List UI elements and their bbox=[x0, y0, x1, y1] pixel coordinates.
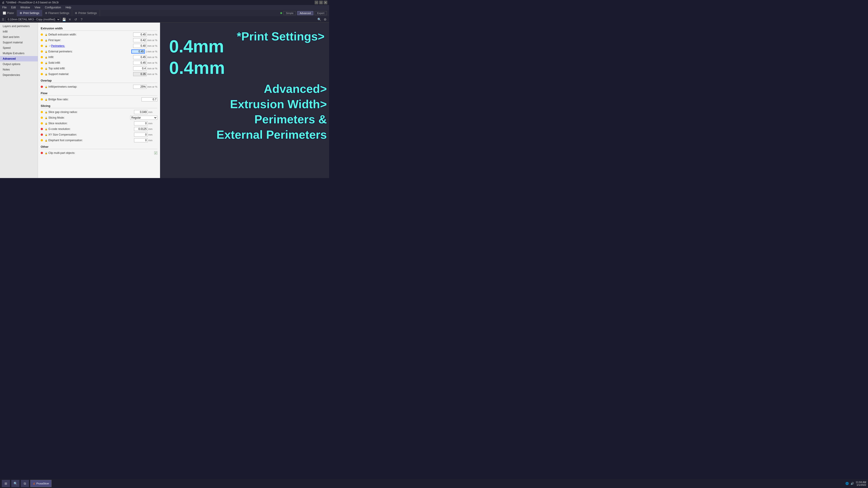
save-profile-button[interactable]: 💾 bbox=[62, 17, 66, 22]
mode-simple-button[interactable]: Simple bbox=[283, 11, 296, 15]
unit-elephant-foot: mm bbox=[148, 139, 157, 142]
label-overlap: Infill/perimeters overlap: bbox=[49, 85, 133, 88]
field-slicing-mode: 🔒 Slicing Mode: Regular Even-odd Close h… bbox=[41, 115, 157, 120]
label-xy-compensation: XY Size Compensation: bbox=[49, 133, 134, 136]
lock-bridge-flow: 🔒 bbox=[45, 98, 48, 101]
field-solid-infill: 🔒 Solid infill: mm or % bbox=[41, 60, 157, 65]
help-button[interactable]: ? bbox=[79, 17, 84, 22]
label-slice-resolution: Slice resolution: bbox=[49, 122, 134, 125]
input-elephant-foot[interactable] bbox=[134, 138, 148, 142]
select-slicing-mode[interactable]: Regular Even-odd Close holes bbox=[130, 116, 157, 120]
input-bridge-flow[interactable] bbox=[142, 97, 157, 101]
sidebar: Layers and perimeters Infill Skirt and b… bbox=[0, 23, 38, 178]
label-gcode-resolution: G-code resolution: bbox=[49, 127, 134, 131]
field-bridge-flow: 🔒 Bridge flow ratio: bbox=[41, 97, 157, 102]
overlay-text-2: 0.4mm bbox=[169, 58, 225, 78]
lock-xy-compensation: 🔒 bbox=[45, 133, 48, 136]
dot-overlap bbox=[41, 86, 43, 88]
sidebar-item-speed[interactable]: Speed bbox=[0, 45, 38, 51]
settings-button[interactable]: ⚙ bbox=[323, 17, 327, 22]
dot-slice-gap bbox=[41, 111, 43, 113]
input-xy-compensation[interactable] bbox=[134, 133, 148, 137]
field-external-perimeters: 🔒 External perimeters: | mm or % bbox=[41, 49, 157, 54]
lock-slicing-mode: 🔒 bbox=[45, 117, 48, 119]
unit-default-extrusion: mm or % bbox=[147, 33, 157, 36]
lock-support-material: 🔒 bbox=[45, 73, 48, 75]
label-bridge-flow: Bridge flow ratio: bbox=[49, 98, 142, 101]
dot-infill-width bbox=[41, 56, 43, 58]
sidebar-item-dependencies[interactable]: Dependencies bbox=[0, 72, 38, 78]
dot-top-solid-infill bbox=[41, 67, 43, 70]
unit-solid-infill: mm or % bbox=[147, 61, 157, 64]
label-slice-gap: Slice gap closing radius: bbox=[49, 110, 134, 113]
field-infill-width: 🔒 Infill: mm or % bbox=[41, 55, 157, 60]
close-button[interactable]: ✕ bbox=[324, 1, 327, 4]
discard-changes-button[interactable]: ✕ bbox=[68, 17, 72, 22]
unit-top-solid-infill: mm or % bbox=[147, 67, 157, 70]
field-support-material: 🔒 Support material: mm or % bbox=[41, 72, 157, 76]
input-slice-resolution[interactable] bbox=[134, 121, 148, 125]
input-gcode-resolution[interactable] bbox=[134, 127, 148, 131]
menu-help[interactable]: Help bbox=[65, 5, 72, 9]
lock-clip-multipart: 🔒 bbox=[45, 152, 48, 154]
search-button[interactable]: 🔍 bbox=[317, 17, 321, 22]
profile-selector[interactable]: 0.10mm DETAIL MK3 - Copy (modified) bbox=[6, 17, 60, 22]
field-infill-perimeters-overlap: 🔒 Infill/perimeters overlap: mm or % bbox=[41, 84, 157, 89]
menu-configuration[interactable]: Configuration bbox=[44, 5, 62, 9]
sidebar-item-output[interactable]: Output options bbox=[0, 61, 38, 67]
menu-window[interactable]: Window bbox=[20, 5, 31, 9]
input-support-material[interactable] bbox=[133, 72, 147, 76]
sidebar-item-infill[interactable]: Infill bbox=[0, 29, 38, 34]
tab-printer-settings[interactable]: ⚙ Printer Settings bbox=[72, 10, 100, 16]
dot-support-material bbox=[41, 73, 43, 75]
maximize-button[interactable]: □ bbox=[319, 1, 323, 4]
dot-default-extrusion bbox=[41, 33, 43, 36]
title-bar: 🖨 *Untitled - PrusaSlicer-2.4.0 based on… bbox=[0, 0, 329, 5]
input-perimeters[interactable] bbox=[133, 44, 147, 48]
dot-slicing-mode bbox=[41, 117, 43, 119]
mode-advanced-button[interactable]: Advanced bbox=[297, 11, 313, 15]
tab-filament-settings[interactable]: ⚙ Filament Settings bbox=[42, 10, 72, 16]
dot-clip-multipart bbox=[41, 152, 43, 154]
lock-overlap: 🔒 bbox=[45, 86, 48, 88]
printer-icon: ⚙ bbox=[75, 11, 77, 15]
checkbox-clip-multipart[interactable]: ✓ bbox=[154, 151, 157, 155]
mode-indicator bbox=[280, 12, 282, 14]
lock-slice-gap: 🔒 bbox=[45, 111, 48, 113]
sidebar-item-layers[interactable]: Layers and perimeters bbox=[0, 24, 38, 29]
unit-xy-compensation: mm bbox=[148, 133, 157, 136]
input-overlap[interactable] bbox=[133, 85, 147, 89]
sidebar-item-multiextruder[interactable]: Multiple Extruders bbox=[0, 51, 38, 56]
unit-perimeters: mm or % bbox=[147, 44, 157, 47]
dot-bridge-flow bbox=[41, 98, 43, 101]
label-perimeters[interactable]: Perimeters: bbox=[51, 44, 133, 47]
menu-edit[interactable]: Edit bbox=[10, 5, 17, 9]
field-perimeters: 🔒 ↺ Perimeters: mm or % bbox=[41, 43, 157, 48]
sidebar-item-notes[interactable]: Notes bbox=[0, 67, 38, 72]
label-slicing-mode: Slicing Mode: bbox=[49, 116, 130, 119]
input-slice-gap[interactable] bbox=[134, 110, 148, 114]
tab-print-settings[interactable]: ⚙ Print Settings bbox=[17, 10, 42, 16]
lock-elephant-foot: 🔒 bbox=[45, 139, 48, 142]
input-infill-width[interactable] bbox=[133, 55, 147, 59]
lock-top-solid-infill: 🔒 bbox=[45, 67, 48, 70]
sidebar-item-support[interactable]: Support material bbox=[0, 40, 38, 45]
mode-expert-button[interactable]: Expert bbox=[315, 11, 327, 15]
lock-gcode-resolution: 🔒 bbox=[45, 128, 48, 130]
menu-file[interactable]: File bbox=[1, 5, 7, 9]
menu-view[interactable]: View bbox=[34, 5, 41, 9]
input-external-perimeters[interactable] bbox=[131, 50, 145, 54]
compare-button[interactable]: ↺ bbox=[73, 17, 78, 22]
minimize-button[interactable]: ─ bbox=[315, 1, 318, 4]
input-top-solid-infill[interactable] bbox=[133, 66, 147, 70]
sidebar-item-advanced[interactable]: Advanced bbox=[0, 56, 38, 61]
input-solid-infill[interactable] bbox=[133, 61, 147, 65]
sidebar-item-skirt[interactable]: Skirt and brim bbox=[0, 34, 38, 40]
tab-plater[interactable]: ⬜ Plater bbox=[0, 10, 17, 16]
input-default-extrusion[interactable] bbox=[133, 33, 147, 37]
section-slicing: Slicing bbox=[41, 104, 157, 108]
section-extrusion-width: Extrusion width bbox=[41, 27, 157, 31]
input-first-layer[interactable] bbox=[133, 38, 147, 42]
plater-icon: ⬜ bbox=[3, 11, 6, 15]
profile-bar: ☰ 0.10mm DETAIL MK3 - Copy (modified) 💾 … bbox=[0, 16, 329, 23]
